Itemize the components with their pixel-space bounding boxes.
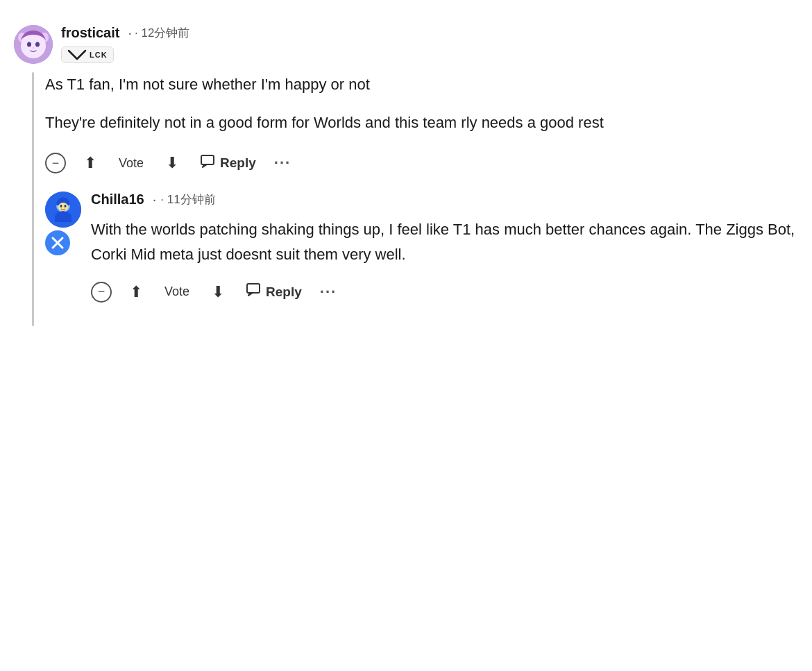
- svg-rect-13: [247, 284, 260, 293]
- downvote-icon-chilla16: ⬇: [212, 283, 224, 301]
- downvote-section-frosticait[interactable]: ⬇: [162, 151, 183, 175]
- dot-sep: ·: [128, 25, 132, 41]
- avatar-chilla16: [45, 192, 81, 228]
- reply-label-chilla16: Reply: [266, 284, 302, 300]
- chilla16-username: Chilla16: [91, 192, 144, 207]
- lck-badge: LCK: [61, 46, 114, 63]
- x-logo-icon: [51, 236, 65, 250]
- thread-line-main: [32, 72, 34, 326]
- collapse-btn-frosticait[interactable]: −: [45, 153, 66, 173]
- vote-btn-frosticait[interactable]: Vote: [115, 153, 148, 173]
- upvote-icon-chilla16: ⬆: [130, 283, 142, 301]
- svg-point-4: [27, 42, 31, 47]
- downvote-chilla16[interactable]: ⬇: [208, 280, 228, 304]
- svg-point-11: [60, 205, 62, 207]
- vote-label-frosticait: Vote: [119, 156, 144, 171]
- vote-btn-chilla16[interactable]: Vote: [160, 282, 194, 302]
- upvote-icon-frosticait: ⬆: [84, 154, 96, 172]
- frosticait-user-info: frosticait · · 12分钟前 LCK: [61, 25, 189, 63]
- downvote-icon-frosticait: ⬇: [166, 154, 178, 172]
- reply-chilla16: Chilla16 · · 11分钟前 With the worlds patch…: [45, 192, 798, 314]
- collapse-btn-chilla16[interactable]: −: [91, 282, 112, 303]
- reply-label-frosticait: Reply: [220, 155, 256, 171]
- frosticait-text-line1: As T1 fan, I'm not sure whether I'm happ…: [45, 72, 798, 96]
- frosticait-username: frosticait: [61, 25, 119, 41]
- chilla16-text: With the worlds patching shaking things …: [91, 217, 798, 266]
- minus-icon: −: [52, 156, 60, 171]
- more-btn-chilla16[interactable]: ···: [320, 283, 337, 301]
- reply-icon-frosticait: [201, 155, 216, 172]
- minus-icon-chilla16: −: [98, 284, 105, 299]
- x-badge-chilla16: [45, 230, 70, 255]
- reply-btn-frosticait[interactable]: Reply: [196, 152, 260, 175]
- dot-sep-chilla16: ·: [153, 192, 157, 207]
- lck-logo-icon: [67, 49, 87, 60]
- frosticait-actions: − ⬆ Vote ⬇: [45, 151, 798, 175]
- reply-icon-chilla16: [246, 283, 262, 300]
- upvote-chilla16[interactable]: ⬆: [126, 280, 146, 304]
- more-btn-frosticait[interactable]: ···: [274, 154, 291, 172]
- svg-point-3: [21, 33, 46, 58]
- chilla16-timestamp: · 11分钟前: [160, 192, 215, 207]
- svg-rect-7: [201, 155, 214, 164]
- svg-point-5: [35, 42, 40, 47]
- reply-btn-chilla16[interactable]: Reply: [242, 280, 306, 303]
- frosticait-text-line2: They're definitely not in a good form fo…: [45, 110, 798, 135]
- comments-section: frosticait · · 12分钟前 LCK: [14, 14, 798, 337]
- comment-frosticait: frosticait · · 12分钟前 LCK: [14, 14, 798, 337]
- lck-badge-text: LCK: [90, 51, 108, 59]
- vote-label-chilla16: Vote: [164, 284, 189, 299]
- upvote-section-frosticait[interactable]: ⬆: [80, 151, 101, 175]
- avatar-frosticait: [14, 25, 53, 64]
- svg-point-12: [65, 205, 67, 207]
- frosticait-comment-body: As T1 fan, I'm not sure whether I'm happ…: [45, 72, 798, 135]
- svg-point-6: [33, 47, 34, 49]
- chilla16-actions: − ⬆ Vote ⬇: [91, 280, 798, 304]
- frosticait-timestamp: · 12分钟前: [135, 25, 189, 41]
